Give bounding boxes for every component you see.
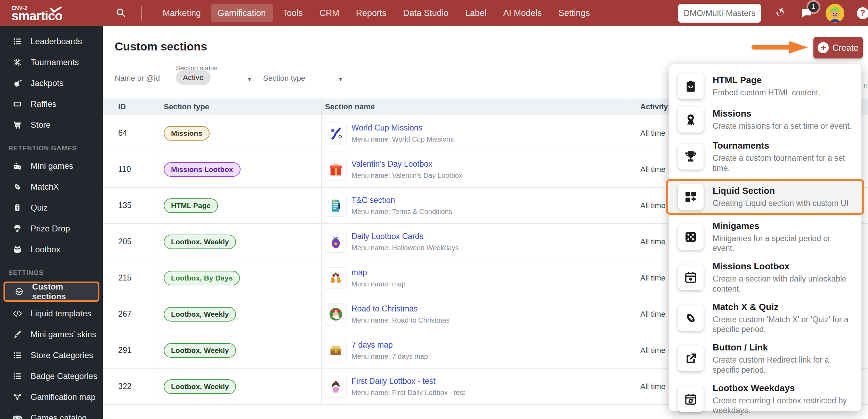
- section-name-link[interactable]: Daily Lootbox Cards: [351, 232, 459, 241]
- nav-item-settings[interactable]: Settings: [552, 4, 597, 22]
- sidebar-item-mini-games[interactable]: Mini games: [0, 156, 103, 176]
- sidebar-item-lootbox[interactable]: Lootbox: [0, 239, 103, 260]
- topbar-divider: [141, 6, 142, 21]
- nav-item-label[interactable]: Label: [458, 4, 493, 22]
- sidebar-item-label: Gamification map: [31, 392, 96, 402]
- brand-logo[interactable]: smartico: [11, 11, 103, 21]
- section-name-link[interactable]: World Cup Missions: [351, 123, 454, 133]
- nav-item-crm[interactable]: CRM: [313, 4, 346, 22]
- brand-block: ENV-2 smartico: [0, 5, 103, 21]
- name-filter-placeholder: Name or @id: [115, 74, 160, 88]
- row-id: 135: [103, 201, 155, 210]
- row-type-cell: Lootbox, Weekly: [155, 332, 321, 368]
- menu-item-title: Lootbox Weekdays: [713, 383, 852, 394]
- sidebar-item-tournaments[interactable]: Tournaments: [0, 52, 103, 73]
- code-icon: [13, 309, 22, 318]
- dice-pair-icon: [13, 161, 22, 171]
- avatar[interactable]: [826, 4, 844, 23]
- section-name-link[interactable]: First Daily Lottbox - test: [351, 377, 465, 386]
- section-type-chip: Lootbox, Weekly: [164, 379, 236, 394]
- col-section-name[interactable]: Section name: [321, 98, 631, 115]
- sidebar-item-raffles[interactable]: Raffles: [0, 94, 103, 114]
- section-thumbnail-icon: [325, 303, 347, 325]
- name-filter-input[interactable]: Name or @id: [115, 66, 167, 88]
- chevron-down-icon: ▼: [338, 76, 343, 82]
- create-menu-panel: <>HTML PageEmbed custom HTML content.★Mi…: [669, 64, 861, 411]
- row-name-cell: Valentin's Day LootboxMenu name: Valenti…: [321, 151, 631, 187]
- tenant-selector[interactable]: DMO/Multi-Masters: [678, 4, 761, 23]
- svg-text:?: ?: [16, 207, 18, 211]
- sidebar-item-gamification-map[interactable]: Gamification map: [0, 387, 103, 408]
- sidebar-item-label: Mini games' skins: [31, 330, 96, 339]
- sidebar-item-label: Badge Categories: [31, 371, 97, 381]
- create-button[interactable]: + Create: [813, 37, 863, 58]
- sidebar-item-jackpots[interactable]: Jackpots: [0, 73, 103, 94]
- section-name-link[interactable]: Valentin's Day Lootbox: [351, 159, 462, 169]
- svg-text:<>: <>: [688, 84, 693, 89]
- menu-item-title: Tournaments: [713, 140, 852, 151]
- create-menu-item-minigames[interactable]: MinigamesMinigames for a special period …: [669, 217, 861, 258]
- row-name-cell: First Daily Lottbox - testMenu name: Fir…: [321, 369, 631, 404]
- row-type-cell: Lootbox, Weekly: [155, 224, 321, 260]
- menu-item-description: Embed custom HTML content.: [713, 88, 820, 98]
- nav-item-tools[interactable]: Tools: [276, 4, 310, 22]
- create-menu-item-missions-lootbox[interactable]: Missions LootboxCreate a section with da…: [669, 257, 861, 298]
- create-menu-item-button-link[interactable]: Button / LinkCreate custom Redirect link…: [669, 338, 861, 379]
- sidebar-item-label: Jackpots: [31, 78, 64, 88]
- logo-check-icon: [49, 7, 63, 14]
- row-type-cell: Lootbox, By Days: [155, 260, 321, 296]
- tournament-icon: [13, 58, 22, 67]
- sidebar-item-matchx[interactable]: MatchX: [0, 176, 103, 197]
- sidebar-section-label: SETTINGS: [0, 260, 103, 280]
- create-menu-item-html-page[interactable]: <>HTML PageEmbed custom HTML content.: [669, 70, 861, 103]
- type-filter-select[interactable]: Section type ▼: [263, 66, 345, 88]
- gamepad-icon: [13, 413, 22, 419]
- rugby-icon: [13, 182, 22, 191]
- notifications-icon[interactable]: 1: [800, 7, 813, 20]
- search-icon[interactable]: [115, 7, 126, 19]
- sidebar-item-games-catalog[interactable]: Games catalog: [0, 408, 103, 419]
- sidebar-item-store-categories[interactable]: Store Categories: [0, 345, 103, 366]
- sidebar-item-custom-sections[interactable]: Custom sections: [3, 282, 99, 302]
- create-menu-item-tournaments[interactable]: TournamentsCreate a custom tournament fo…: [669, 136, 861, 177]
- sidebar-item-mini-games-skins[interactable]: Mini games' skins: [0, 324, 103, 345]
- sidebar-item-leaderboards[interactable]: Leaderboards: [0, 31, 103, 52]
- nav-item-ai-models[interactable]: AI Models: [496, 4, 549, 22]
- external-link-icon: [678, 346, 704, 371]
- section-type-chip: Missions Lootbox: [164, 162, 241, 177]
- hub-icon: [13, 393, 22, 402]
- sidebar-item-label: Leaderboards: [31, 37, 82, 46]
- sidebar-item-liquid-templates[interactable]: Liquid templates: [0, 303, 103, 324]
- row-name-cell: T&C sectionMenu name: Terms & Conditions: [321, 188, 631, 223]
- refresh-icon[interactable]: [774, 7, 787, 19]
- section-thumbnail-icon: [325, 122, 347, 144]
- nav-item-reports[interactable]: Reports: [349, 4, 394, 22]
- create-menu-item-match-x-quiz[interactable]: Match X & QuizCreate custom 'Match X' or…: [669, 298, 861, 339]
- section-name-link[interactable]: Road to Christmas: [351, 304, 449, 314]
- nav-item-data-studio[interactable]: Data Studio: [396, 4, 456, 22]
- section-name-link[interactable]: 7 days map: [351, 340, 428, 350]
- create-menu-item-missions[interactable]: ★MissionsCreate missions for a set time …: [669, 103, 861, 136]
- section-name-link[interactable]: map: [351, 268, 406, 277]
- create-menu-item-liquid-section[interactable]: Liquid SectionCreating Liquid section wi…: [666, 179, 864, 215]
- status-filter-value-chip[interactable]: Active: [176, 70, 211, 85]
- help-button[interactable]: ? He: [857, 7, 868, 19]
- list-numbered-icon: [13, 351, 22, 360]
- create-menu-item-lootbox-weekdays[interactable]: Lootbox WeekdaysCreate recurring Lootbox…: [669, 379, 861, 419]
- nav-item-gamification[interactable]: Gamification: [211, 4, 273, 22]
- row-name-cell: 7 days mapMenu name: 7 days map: [321, 332, 631, 368]
- chevron-down-icon: ▼: [247, 76, 252, 82]
- col-id[interactable]: ID: [103, 102, 155, 111]
- nav-item-marketing[interactable]: Marketing: [156, 4, 208, 22]
- section-thumbnail-icon: [325, 376, 347, 397]
- sidebar-item-badge-categories[interactable]: Badge Categories: [0, 366, 103, 387]
- section-menu-name: Menu name: 7 days map: [351, 353, 428, 361]
- sidebar-item-store[interactable]: Store: [0, 114, 103, 135]
- sidebar-item-quiz[interactable]: ?Quiz: [0, 197, 103, 218]
- menu-item-description: Create recurring Lootbox restricted by w…: [713, 396, 852, 416]
- col-section-type[interactable]: Section type: [155, 98, 321, 115]
- status-filter-select[interactable]: Section status Active ▼: [176, 66, 254, 88]
- sidebar-item-prize-drop[interactable]: Prize Drop: [0, 218, 103, 239]
- section-name-link[interactable]: T&C section: [351, 196, 452, 205]
- section-type-chip: Lootbox, Weekly: [164, 235, 236, 249]
